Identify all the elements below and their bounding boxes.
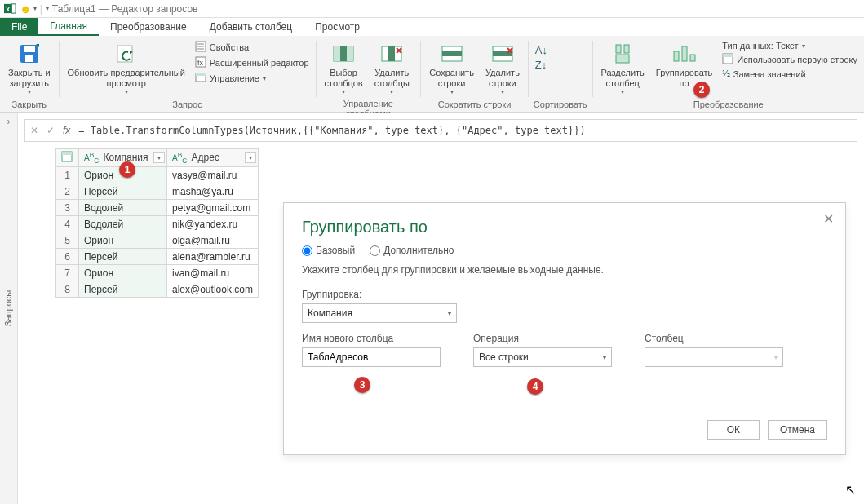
table-cell[interactable]: olga@mail.ru (167, 232, 259, 249)
remove-columns-icon (379, 42, 404, 66)
close-load-button[interactable]: Закрыть и загрузить ▾ (5, 38, 54, 97)
table-cell[interactable]: Орион (79, 265, 167, 281)
smiley-icon[interactable]: ☻ (20, 2, 32, 15)
table-corner[interactable] (56, 149, 79, 167)
qat-overflow-icon[interactable]: ▾ (46, 5, 49, 12)
table-cell[interactable]: Орион (79, 232, 167, 249)
row-number[interactable]: 3 (56, 200, 79, 216)
split-column-button[interactable]: Разделить столбец ▾ (598, 38, 648, 97)
remove-columns-button[interactable]: Удалить столбцы ▾ (371, 38, 413, 97)
sort-asc-button[interactable]: A↓ (534, 43, 549, 57)
table-cell[interactable]: Водолей (79, 216, 167, 232)
sort-desc-button[interactable]: Z↓ (534, 58, 549, 72)
table-row[interactable]: 8Персейalex@outlook.com (56, 281, 259, 298)
chevron-down-icon: ▾ (450, 88, 454, 95)
cancel-button[interactable]: Отмена (768, 420, 827, 440)
column-header-address[interactable]: ABC Адрес ▾ (167, 149, 259, 167)
radio-basic[interactable]: Базовый (302, 245, 355, 256)
table-row[interactable]: 5Орионolga@mail.ru (56, 232, 259, 249)
row-number[interactable]: 1 (56, 167, 79, 183)
abc-icon: ABC (84, 153, 99, 162)
manage-button[interactable]: Управление ▾ (193, 71, 311, 86)
table-row[interactable]: 3Водолейpetya@gmail.com (56, 200, 259, 216)
table-cell[interactable]: Водолей (79, 200, 167, 216)
table-row[interactable]: 4Водолейnik@yandex.ru (56, 216, 259, 232)
ribbon: Закрыть и загрузить ▾ Закрыть Обновить п… (0, 36, 864, 113)
formula-text[interactable]: = Table.TransformColumnTypes(Источник,{{… (78, 125, 585, 136)
table-cell[interactable]: vasya@mail.ru (167, 167, 259, 183)
commit-icon[interactable]: ✓ (47, 125, 55, 136)
ok-button[interactable]: ОК (707, 420, 760, 440)
chevron-down-icon: ▾ (28, 88, 31, 95)
svg-rect-2 (11, 4, 16, 13)
column-select[interactable]: ▾ (645, 347, 783, 367)
chevron-down-icon: ▾ (501, 88, 504, 95)
row-number[interactable]: 2 (56, 183, 79, 200)
chevron-down-icon: ▾ (774, 354, 778, 361)
cancel-icon[interactable]: ✕ (30, 125, 38, 136)
row-number[interactable]: 8 (56, 281, 79, 298)
use-first-row-button[interactable]: Использовать первую строку (720, 52, 859, 67)
table-cell[interactable]: petya@gmail.com (167, 200, 259, 216)
tab-addcolumn[interactable]: Добавить столбец (198, 18, 304, 36)
group-label-rows: Сократить строки (426, 98, 523, 112)
remove-rows-button[interactable]: Удалить строки ▾ (482, 38, 523, 97)
svg-rect-31 (616, 45, 621, 53)
expand-icon[interactable]: › (7, 116, 11, 127)
svg-rect-18 (334, 46, 340, 61)
tab-view[interactable]: Просмотр (304, 18, 371, 36)
table-row[interactable]: 1Орионvasya@mail.ru (56, 167, 259, 183)
title-bar: x ☻ ▾ | ▾ Таблица1 — Редактор запросов (0, 0, 864, 18)
svg-rect-34 (674, 51, 679, 61)
table-row[interactable]: 6Персейalena@rambler.ru (56, 249, 259, 265)
group-by-button[interactable]: Группировать по (653, 38, 716, 90)
properties-button[interactable]: Свойства (193, 40, 311, 55)
header-row-icon (722, 53, 733, 66)
table-cell[interactable]: alex@outlook.com (167, 281, 259, 298)
svg-text:fx: fx (197, 59, 204, 67)
radio-advanced-input[interactable] (370, 245, 380, 256)
row-number[interactable]: 6 (56, 249, 79, 265)
table-row[interactable]: 2Персейmasha@ya.ru (56, 183, 259, 200)
row-number[interactable]: 5 (56, 232, 79, 249)
mode-radio-group: Базовый Дополнительно (302, 245, 827, 256)
replace-values-button[interactable]: ¹⁄₂ Замена значений (720, 68, 859, 80)
operation-value: Все строки (479, 351, 529, 363)
table-cell[interactable]: Персей (79, 249, 167, 265)
groupby-select[interactable]: Компания ▾ (302, 303, 457, 323)
tab-transform[interactable]: Преобразование (99, 18, 198, 36)
refresh-label: Обновить предварительный просмотр (68, 68, 185, 88)
table-cell[interactable]: Персей (79, 281, 167, 298)
tab-home[interactable]: Главная (38, 18, 99, 36)
chevron-down-icon: ▾ (621, 88, 624, 95)
data-type-button[interactable]: Тип данных: Текст ▾ (720, 40, 859, 51)
keep-rows-button[interactable]: Сохранить строки ▾ (426, 38, 477, 97)
file-tab[interactable]: File (0, 18, 38, 36)
refresh-preview-button[interactable]: Обновить предварительный просмотр ▾ (64, 38, 188, 97)
formula-bar[interactable]: ✕ ✓ fx = Table.TransformColumnTypes(Исто… (24, 119, 857, 142)
table-cell[interactable]: ivan@mail.ru (167, 265, 259, 281)
column-filter-dropdown[interactable]: ▾ (245, 152, 256, 163)
row-number[interactable]: 4 (56, 216, 79, 232)
radio-advanced[interactable]: Дополнительно (370, 245, 454, 256)
fx-icon[interactable]: fx (63, 125, 70, 136)
radio-basic-input[interactable] (302, 245, 312, 256)
table-cell[interactable]: alena@rambler.ru (167, 249, 259, 265)
group-by-icon (672, 42, 697, 66)
queries-panel[interactable]: › Запросы (0, 113, 18, 504)
newcol-input[interactable] (302, 347, 441, 367)
table-cell[interactable]: nik@yandex.ru (167, 216, 259, 232)
table-row[interactable]: 7Орионivan@mail.ru (56, 265, 259, 281)
table-cell[interactable]: Персей (79, 183, 167, 200)
svg-rect-33 (616, 55, 629, 63)
select-columns-button[interactable]: Выбор столбцов ▾ (321, 38, 366, 97)
operation-select[interactable]: Все строки ▾ (473, 347, 612, 367)
row-number[interactable]: 7 (56, 265, 79, 281)
qat-dropdown-icon[interactable]: ▾ (33, 5, 37, 12)
close-icon[interactable]: ✕ (823, 211, 834, 227)
table-cell[interactable]: masha@ya.ru (167, 183, 259, 200)
column-filter-dropdown[interactable]: ▾ (153, 152, 165, 163)
data-table: ABC Компания ▾ ABC Адрес ▾ 1Орионvasya@m… (55, 148, 259, 298)
advanced-editor-button[interactable]: fx Расширенный редактор (193, 55, 311, 70)
excel-icon: x (3, 2, 16, 15)
